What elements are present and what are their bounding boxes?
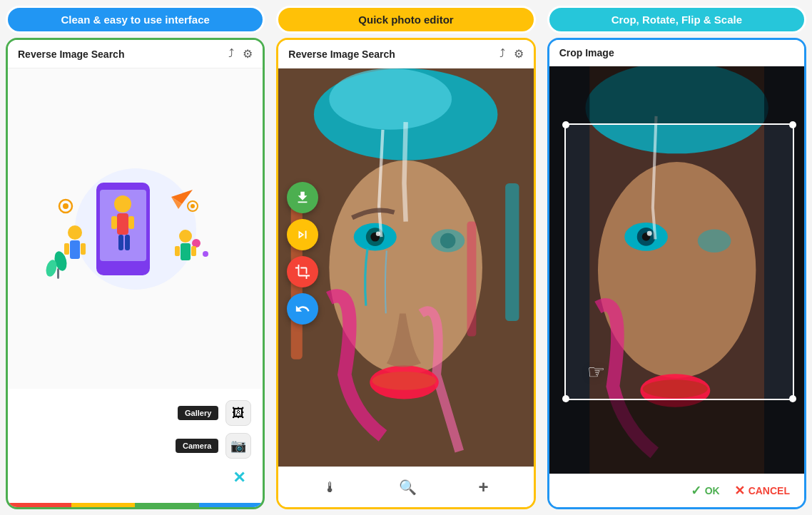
crop-cancel-button[interactable]: ✕ CANCEL [734,483,790,499]
banner-panel2: Quick photo editor [276,6,535,34]
phone-content-2: 🌡 🔍 + [278,68,533,507]
crop-box-interior [564,123,794,400]
close-button[interactable]: ✕ [227,466,251,490]
camera-button[interactable]: 📷 [225,433,251,459]
camera-row: Camera 📷 [176,433,251,459]
fab-crop-button[interactable] [287,256,318,287]
svg-rect-8 [125,235,130,250]
bottom-toolbar: 🌡 🔍 + [278,466,533,507]
fab-undo-button[interactable] [287,293,318,325]
cancel-cross-icon: ✕ [734,483,745,499]
share-icon-1[interactable]: ⤴ [228,47,234,61]
photo-area [278,68,533,466]
crop-box[interactable] [564,123,794,400]
phone-frame-1: Reverse Image Search ⤴ ⚙ [6,38,265,509]
svg-rect-7 [118,235,123,250]
camera-icon: 📷 [230,438,246,454]
svg-rect-43 [467,222,477,337]
thermometer-icon[interactable]: 🌡 [323,479,338,496]
svg-point-16 [191,204,195,208]
illustration-area [8,68,263,389]
panel-quick-editor: Quick photo editor Reverse Image Search … [270,0,541,515]
settings-icon-1[interactable]: ⚙ [243,47,253,61]
svg-point-9 [68,225,82,240]
svg-rect-6 [128,216,134,229]
camera-label: Camera [176,439,218,453]
svg-rect-4 [117,213,128,235]
app-header-1: Reverse Image Search ⤴ ⚙ [8,40,263,68]
svg-rect-25 [181,243,191,260]
crop-icon [295,264,310,280]
app-title-1: Reverse Image Search [18,49,228,60]
svg-point-31 [330,68,452,130]
svg-rect-42 [505,183,519,321]
svg-point-40 [372,372,437,390]
phone-frame-3: Crop Image [547,38,806,509]
app-header-3: Crop Image [549,40,804,66]
ok-label: OK [705,485,720,496]
phone-content-1: Gallery 🖼 Camera 📷 ✕ [8,68,263,501]
svg-rect-19 [57,268,59,279]
svg-rect-26 [175,246,180,256]
svg-point-23 [203,251,208,257]
fab-download-button[interactable] [287,182,318,213]
header-icons-2: ⤴ ⚙ [499,47,524,61]
skip-icon [295,227,310,243]
svg-point-14 [63,203,68,209]
phone-content-3: ☞ ✓ OK ✕ CANCEL [549,66,804,507]
settings-icon-2[interactable]: ⚙ [514,47,524,61]
ok-checkmark-icon: ✓ [691,483,701,499]
fab-buttons [287,182,318,325]
app-header-2: Reverse Image Search ⤴ ⚙ [278,40,533,68]
header-icons-1: ⤴ ⚙ [228,47,253,61]
search-icon[interactable]: 🔍 [399,479,417,496]
download-icon [295,190,310,205]
svg-rect-27 [191,246,196,256]
gallery-icon: 🖼 [232,406,245,421]
crop-bottom-bar: ✓ OK ✕ CANCEL [549,474,804,507]
svg-point-24 [179,230,192,243]
panel-crop-rotate: Crop, Rotate, Flip & Scale Crop Image [542,0,812,515]
share-icon-2[interactable]: ⤴ [499,47,505,61]
gallery-label: Gallery [178,406,218,420]
illustration-svg [36,158,235,300]
banner-panel3: Crop, Rotate, Flip & Scale [547,6,806,34]
banner-panel1: Clean & easy to use interface [6,6,265,34]
svg-rect-12 [81,243,86,255]
svg-rect-11 [64,243,69,255]
fab-skip-button[interactable] [287,219,318,250]
gallery-button[interactable]: 🖼 [225,400,251,426]
gallery-row: Gallery 🖼 [178,400,251,426]
crop-ok-button[interactable]: ✓ OK [691,483,720,499]
undo-icon [295,301,310,317]
panel-clean-interface: Clean & easy to use interface Reverse Im… [0,0,270,515]
app-title-3: Crop Image [559,47,794,58]
panel-strip-1 [8,503,263,507]
cancel-label: CANCEL [748,485,790,496]
bottom-buttons: Gallery 🖼 Camera 📷 ✕ [8,389,263,501]
app-title-2: Reverse Image Search [288,49,499,60]
phone-frame-2: Reverse Image Search ⤴ ⚙ [276,38,535,509]
svg-rect-5 [111,216,117,229]
add-icon[interactable]: + [479,477,489,497]
svg-point-38 [440,233,455,248]
svg-point-3 [114,195,131,213]
crop-photo-area: ☞ [549,66,804,474]
svg-rect-10 [70,240,80,259]
crop-overlay [549,66,804,474]
